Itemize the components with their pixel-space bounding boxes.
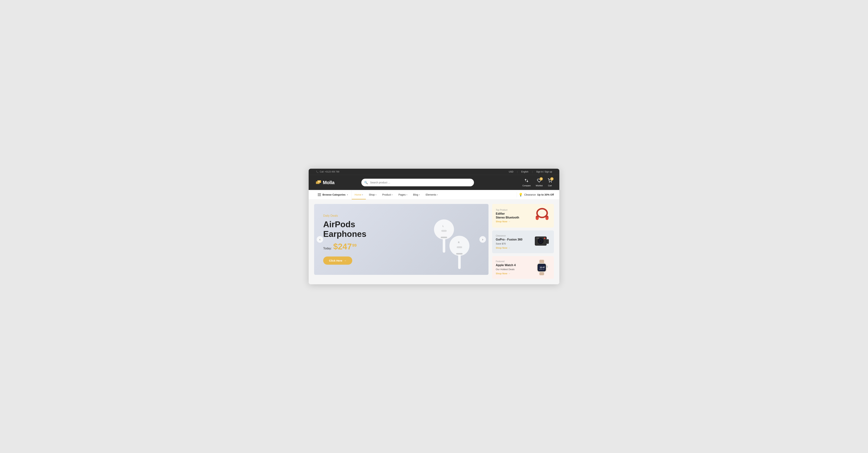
nav-bar: Browse Categories ▾ Home ▾ Shop ▾ Produc… bbox=[309, 190, 559, 200]
nav-divider bbox=[517, 192, 517, 198]
search-icon: 🔍 bbox=[364, 181, 368, 184]
header: Molla 🔍 Compare bbox=[309, 175, 559, 190]
svg-rect-27 bbox=[536, 238, 539, 239]
nav-item-product[interactable]: Product ▾ bbox=[379, 190, 396, 200]
svg-point-15 bbox=[537, 209, 547, 217]
svg-rect-26 bbox=[544, 238, 545, 239]
svg-point-25 bbox=[540, 240, 541, 242]
nav-items: Home ▾ Shop ▾ Product ▾ Pages ▾ Blog ▾ E… bbox=[352, 190, 515, 200]
top-bar-right: USD | English | Sign in / Sign up bbox=[509, 171, 552, 173]
airpods-illustration: L R bbox=[416, 206, 485, 273]
side-card-gopro-content: Clearance GoPro - Fusion 360 Save $70 Sh… bbox=[496, 235, 533, 249]
hero-slider: L R Daily Deals AirPods Earphones bbox=[314, 204, 489, 275]
hero-title: AirPods Earphones bbox=[323, 220, 366, 239]
gopro-shop-link[interactable]: Shop Now → bbox=[496, 246, 533, 249]
svg-text:R: R bbox=[458, 241, 460, 244]
svg-text:MON 14: MON 14 bbox=[539, 269, 544, 270]
gopro-title: GoPro - Fusion 360 bbox=[496, 238, 533, 242]
compare-button[interactable]: Compare bbox=[523, 178, 531, 187]
slider-prev-button[interactable]: ‹ bbox=[317, 236, 323, 243]
svg-rect-7 bbox=[443, 238, 445, 253]
cart-icon: 2 bbox=[548, 178, 552, 184]
hero-deals-label: Daily Deals bbox=[323, 214, 366, 217]
edifier-title: Edifier Stereo Bluetooth bbox=[496, 212, 534, 220]
shop-chevron-icon: ▾ bbox=[375, 194, 376, 196]
hero-cta-button[interactable]: Click Here → bbox=[323, 256, 352, 265]
search-bar: 🔍 bbox=[361, 179, 474, 186]
svg-point-5 bbox=[434, 219, 454, 239]
logo-icon bbox=[316, 180, 322, 185]
logo-text: Molla bbox=[323, 180, 335, 185]
wishlist-button[interactable]: 3 Wishlist bbox=[536, 178, 542, 187]
svg-rect-14 bbox=[457, 246, 462, 248]
hero-content: Daily Deals AirPods Earphones Today: $24… bbox=[314, 205, 375, 274]
heart-icon: 3 bbox=[537, 178, 541, 184]
svg-text:12:47: 12:47 bbox=[540, 266, 545, 269]
watch-tag: Featured bbox=[496, 260, 533, 263]
auth-link[interactable]: Sign in / Sign up bbox=[536, 171, 552, 173]
svg-rect-6 bbox=[441, 237, 447, 238]
elements-chevron-icon: ▾ bbox=[437, 194, 438, 196]
compare-icon bbox=[524, 178, 529, 184]
svg-rect-18 bbox=[536, 217, 538, 220]
watch-title: Apple Watch 4 bbox=[496, 263, 533, 267]
svg-rect-9 bbox=[456, 253, 463, 254]
svg-rect-28 bbox=[547, 239, 549, 244]
svg-point-8 bbox=[450, 236, 469, 256]
top-bar-left: 📞 Call: +0123 456 789 bbox=[316, 171, 339, 173]
header-actions: Compare 3 Wishlist 2 bbox=[523, 178, 552, 187]
gopro-sub: Save $70 bbox=[496, 242, 533, 245]
nav-item-blog[interactable]: Blog ▾ bbox=[410, 190, 423, 200]
cart-button[interactable]: 2 Cart bbox=[548, 178, 552, 187]
hero-price: Today: $247 99 bbox=[323, 242, 366, 251]
side-card-edifier-content: Top Product Edifier Stereo Bluetooth Sho… bbox=[496, 209, 534, 223]
gopro-image bbox=[533, 234, 550, 249]
wishlist-badge: 3 bbox=[539, 177, 543, 181]
svg-rect-36 bbox=[539, 272, 544, 275]
top-bar: 📞 Call: +0123 456 789 USD | English | Si… bbox=[309, 169, 559, 175]
edifier-shop-link[interactable]: Shop Now → bbox=[496, 220, 534, 223]
side-card-edifier: Top Product Edifier Stereo Bluetooth Sho… bbox=[492, 204, 554, 228]
gopro-tag: Clearance bbox=[496, 235, 533, 237]
home-chevron-icon: ▾ bbox=[362, 194, 363, 196]
svg-point-4 bbox=[551, 182, 552, 182]
product-chevron-icon: ▾ bbox=[392, 194, 393, 196]
svg-rect-13 bbox=[441, 230, 447, 232]
svg-rect-29 bbox=[539, 260, 544, 263]
nav-item-home[interactable]: Home ▾ bbox=[352, 190, 366, 200]
edifier-tag: Top Product bbox=[496, 209, 534, 211]
watch-image: 12:47 MON 14 bbox=[533, 260, 550, 275]
nav-item-elements[interactable]: Elements ▾ bbox=[423, 190, 441, 200]
browse-chevron-icon: ▾ bbox=[347, 194, 348, 196]
svg-rect-19 bbox=[546, 217, 548, 220]
svg-text:L: L bbox=[442, 225, 444, 228]
svg-point-3 bbox=[549, 182, 550, 182]
browse-categories[interactable]: Browse Categories ▾ bbox=[314, 190, 352, 200]
bulb-icon: 💡 bbox=[519, 193, 523, 197]
content-grid: L R Daily Deals AirPods Earphones bbox=[314, 204, 554, 279]
main-content: L R Daily Deals AirPods Earphones bbox=[309, 200, 559, 284]
currency-selector[interactable]: USD bbox=[509, 171, 514, 173]
pages-chevron-icon: ▾ bbox=[406, 194, 407, 196]
phone-icon: 📞 bbox=[316, 171, 319, 173]
side-card-gopro: Clearance GoPro - Fusion 360 Save $70 Sh… bbox=[492, 231, 554, 253]
nav-item-pages[interactable]: Pages ▾ bbox=[396, 190, 410, 200]
slider-next-button[interactable]: › bbox=[479, 236, 486, 243]
cart-badge: 2 bbox=[550, 177, 554, 181]
browser-window: 📞 Call: +0123 456 789 USD | English | Si… bbox=[309, 169, 559, 284]
svg-rect-10 bbox=[458, 254, 461, 269]
edifier-image bbox=[534, 208, 550, 224]
hamburger-icon bbox=[318, 193, 321, 196]
side-card-watch: Featured Apple Watch 4 Our Hottest Deals… bbox=[492, 256, 554, 279]
nav-item-shop[interactable]: Shop ▾ bbox=[366, 190, 379, 200]
svg-rect-35 bbox=[547, 266, 548, 268]
blog-chevron-icon: ▾ bbox=[419, 194, 420, 196]
search-input[interactable] bbox=[361, 179, 474, 186]
language-selector[interactable]: English bbox=[521, 171, 528, 173]
phone-number: Call: +0123 456 789 bbox=[320, 171, 339, 173]
watch-sub: Our Hottest Deals bbox=[496, 268, 533, 271]
logo[interactable]: Molla bbox=[316, 180, 335, 185]
side-card-watch-content: Featured Apple Watch 4 Our Hottest Deals… bbox=[496, 260, 533, 275]
nav-promo[interactable]: 💡 Clearance Up to 30% Off bbox=[519, 193, 554, 197]
watch-shop-link[interactable]: Shop Now → bbox=[496, 272, 533, 275]
